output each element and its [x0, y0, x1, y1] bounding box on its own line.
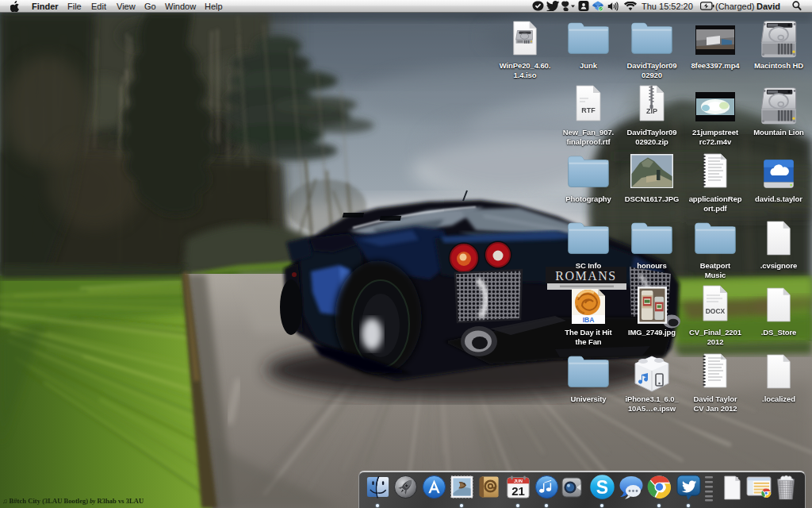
svg-text:JUN: JUN [514, 479, 523, 483]
svg-text:ROMANS: ROMANS [555, 269, 616, 283]
svg-text:S: S [596, 477, 607, 498]
svg-text:21: 21 [511, 484, 525, 498]
